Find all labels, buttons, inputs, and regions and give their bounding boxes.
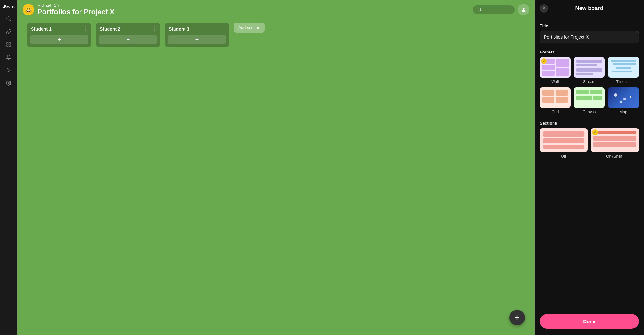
format-group: Format ✓ (540, 50, 639, 114)
format-wall[interactable]: ✓ (540, 57, 571, 84)
right-panel: ✕ New board Title Format ✓ (535, 0, 644, 335)
section-off-thumb (540, 128, 588, 152)
column-options-3[interactable]: ⋮ (220, 26, 225, 32)
fab-button[interactable] (509, 310, 525, 325)
avatar: 😀 (23, 4, 34, 15)
main-content: 😀 Michael · 17m Portfolios for Project X… (17, 0, 535, 335)
user-name: Michael · 17m (37, 3, 115, 8)
title-field-label: Title (540, 24, 639, 28)
svg-rect-4 (7, 45, 8, 46)
left-sidebar: :Padlet ··· (0, 0, 17, 335)
column-title-3: Student 3 (169, 26, 189, 32)
bell-icon-btn[interactable] (3, 52, 14, 63)
svg-rect-3 (9, 45, 11, 46)
svg-marker-5 (7, 68, 10, 72)
svg-point-7 (478, 8, 481, 11)
format-stream-thumb (574, 57, 605, 78)
format-wall-label: Wall (552, 80, 559, 84)
section-off-label: Off (561, 154, 566, 158)
format-stream[interactable]: Stream (574, 57, 605, 84)
column-header-3: Student 3 ⋮ (165, 23, 229, 35)
board-area: Student 1 ⋮ + Student 2 ⋮ + Student 3 ⋮ (17, 19, 535, 335)
grid-icon-btn[interactable] (3, 39, 14, 50)
section-on-shelf-label: On (Shelf) (606, 154, 624, 158)
user-menu-btn[interactable] (518, 4, 529, 15)
column-options-1[interactable]: ⋮ (82, 26, 88, 32)
svg-point-0 (7, 17, 10, 20)
column-student1: Student 1 ⋮ + (27, 23, 91, 47)
format-canvas[interactable]: Canvas (574, 87, 605, 114)
format-grid-item[interactable]: Grid (540, 87, 571, 114)
format-timeline-label: Timeline (616, 80, 631, 84)
sections-grid: Off ✓ On (Shelf) (540, 128, 639, 158)
close-panel-button[interactable]: ✕ (540, 4, 548, 13)
done-button[interactable]: Done (540, 314, 639, 329)
svg-rect-2 (9, 43, 11, 44)
wall-check: ✓ (541, 58, 547, 64)
search-icon-btn[interactable] (3, 13, 14, 24)
sections-group: Sections Off ✓ (540, 121, 639, 158)
format-map[interactable]: Map (608, 87, 639, 114)
play-icon-btn[interactable] (3, 64, 14, 76)
panel-body: Title Format ✓ (535, 17, 644, 165)
add-card-btn-2[interactable]: + (99, 35, 157, 44)
format-map-thumb (608, 87, 639, 108)
section-on-shelf-thumb: ✓ (591, 128, 639, 152)
panel-title: New board (575, 5, 603, 12)
format-label: Format (540, 50, 639, 54)
format-timeline[interactable]: Timeline (608, 57, 639, 84)
svg-point-8 (523, 8, 524, 10)
user-info: Michael · 17m Portfolios for Project X (37, 3, 115, 16)
link-icon-btn[interactable] (3, 26, 14, 37)
top-bar: 😀 Michael · 17m Portfolios for Project X (17, 0, 535, 19)
add-card-btn-3[interactable]: + (168, 35, 226, 44)
section-on-shelf[interactable]: ✓ On (Shelf) (591, 128, 639, 158)
format-canvas-label: Canvas (583, 110, 596, 114)
format-stream-label: Stream (583, 80, 596, 84)
format-map-label: Map (620, 110, 627, 114)
svg-point-6 (8, 82, 9, 84)
sections-label: Sections (540, 121, 639, 126)
add-section-button[interactable]: Add section (234, 23, 265, 33)
format-grid-thumb (540, 87, 571, 108)
format-wall-thumb: ✓ (540, 57, 571, 78)
format-timeline-thumb (608, 57, 639, 78)
column-student2: Student 2 ⋮ + (96, 23, 160, 47)
column-title-2: Student 2 (100, 26, 120, 32)
format-grid-label: Grid (552, 110, 559, 114)
section-off[interactable]: Off (540, 128, 588, 158)
on-shelf-check: ✓ (592, 129, 598, 135)
format-grid: ✓ (540, 57, 639, 114)
column-options-2[interactable]: ⋮ (151, 26, 156, 32)
column-header-1: Student 1 ⋮ (27, 23, 91, 35)
search-bar[interactable] (473, 5, 515, 14)
column-title-1: Student 1 (31, 26, 52, 32)
column-header-2: Student 2 ⋮ (96, 23, 160, 35)
add-card-btn-1[interactable]: + (30, 35, 88, 44)
settings-icon-btn[interactable] (3, 77, 14, 89)
panel-header: ✕ New board (535, 0, 644, 17)
app-logo: :Padlet (2, 3, 16, 10)
format-canvas-thumb (574, 87, 605, 108)
title-input[interactable] (540, 31, 639, 43)
more-icon-btn[interactable]: ··· (3, 321, 14, 332)
column-student3: Student 3 ⋮ + (165, 23, 229, 47)
svg-rect-1 (7, 43, 8, 44)
title-field-group: Title (540, 24, 639, 43)
board-title: Portfolios for Project X (37, 8, 115, 16)
